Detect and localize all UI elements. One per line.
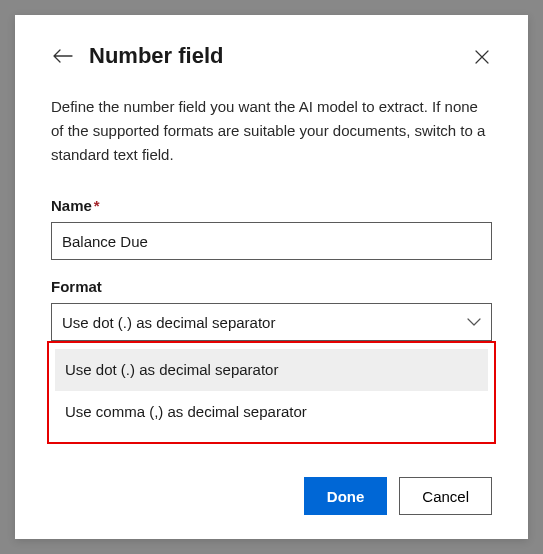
format-label: Format [51,278,492,295]
format-select-wrapper: Use dot (.) as decimal separator Use dot… [51,303,492,341]
panel-title: Number field [89,43,223,69]
cancel-button[interactable]: Cancel [399,477,492,515]
required-asterisk: * [94,197,100,214]
format-dropdown[interactable]: Use dot (.) as decimal separator [51,303,492,341]
format-selected-value: Use dot (.) as decimal separator [62,314,275,331]
close-icon[interactable] [472,47,492,67]
name-input[interactable] [51,222,492,260]
panel-footer: Done Cancel [304,477,492,515]
panel-description: Define the number field you want the AI … [51,95,492,167]
back-arrow-icon[interactable] [51,44,75,68]
format-option-comma[interactable]: Use comma (,) as decimal separator [55,390,488,432]
number-field-panel: Number field Define the number field you… [15,15,528,539]
chevron-down-icon [467,318,481,326]
format-option-dot[interactable]: Use dot (.) as decimal separator [55,349,488,390]
name-label: Name* [51,197,492,214]
done-button[interactable]: Done [304,477,388,515]
panel-header: Number field [51,43,492,69]
name-label-text: Name [51,197,92,214]
format-dropdown-list: Use dot (.) as decimal separator Use com… [47,341,496,444]
